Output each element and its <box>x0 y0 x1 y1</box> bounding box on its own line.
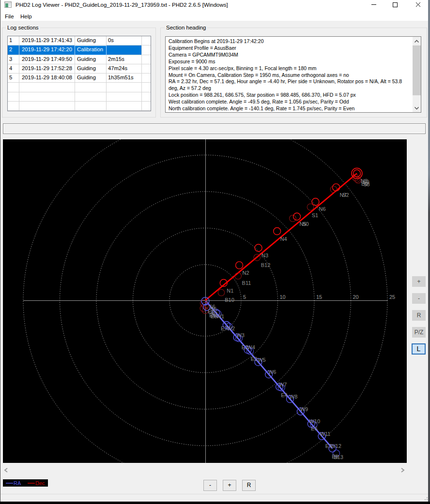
svg-text:B10: B10 <box>225 297 234 303</box>
svg-text:10: 10 <box>279 294 285 300</box>
svg-text:E1: E1 <box>209 312 215 318</box>
svg-text:N3: N3 <box>261 252 268 258</box>
svg-text:W11: W11 <box>320 431 331 437</box>
svg-text:N1: N1 <box>227 288 233 294</box>
svg-text:W9: W9 <box>300 406 308 412</box>
svg-text:W8: W8 <box>290 394 298 400</box>
svg-text:E7: E7 <box>221 326 227 331</box>
svg-text:20: 20 <box>353 294 358 300</box>
svg-text:W3: W3 <box>236 332 245 338</box>
svg-text:E8: E8 <box>332 454 338 460</box>
svg-text:W12: W12 <box>330 443 341 449</box>
svg-text:W2: W2 <box>227 326 235 331</box>
svg-text:15: 15 <box>316 294 322 300</box>
svg-text:W1: W1 <box>216 313 225 319</box>
svg-text:W4: W4 <box>247 344 255 350</box>
svg-text:Dec: Dec <box>35 480 45 486</box>
svg-text:W6: W6 <box>268 369 276 375</box>
svg-text:B11: B11 <box>242 280 251 286</box>
svg-text:S1: S1 <box>312 212 318 218</box>
svg-text:S8: S8 <box>363 181 369 187</box>
svg-text:S0: S0 <box>302 221 308 227</box>
svg-text:E3: E3 <box>251 356 257 362</box>
svg-text:W5: W5 <box>258 357 266 363</box>
svg-text:E6: E6 <box>311 426 317 431</box>
svg-text:W7: W7 <box>279 382 287 387</box>
svg-text:W10: W10 <box>309 418 320 424</box>
svg-text:S2: S2 <box>342 192 349 198</box>
svg-text:5: 5 <box>243 294 246 300</box>
svg-text:E2: E2 <box>242 344 248 350</box>
svg-text:25: 25 <box>389 294 395 300</box>
svg-text:N6: N6 <box>319 206 325 212</box>
svg-text:E4: E4 <box>281 392 287 398</box>
svg-text:B12: B12 <box>261 262 271 268</box>
svg-text:N4: N4 <box>280 236 287 242</box>
svg-text:RA: RA <box>14 480 21 486</box>
svg-text:E7: E7 <box>325 443 332 449</box>
svg-text:N2: N2 <box>243 270 249 276</box>
